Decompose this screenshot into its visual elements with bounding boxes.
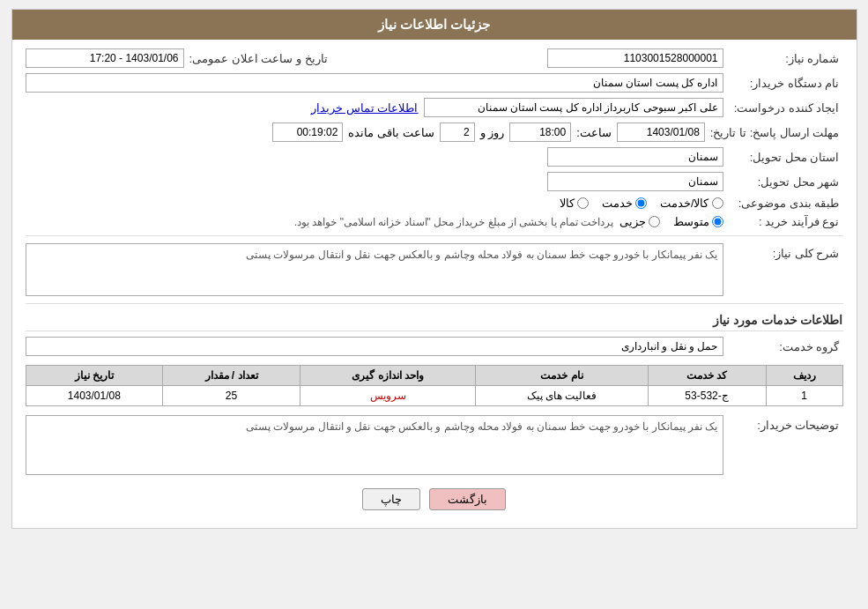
- radio-mutavasset-input[interactable]: [712, 216, 723, 227]
- back-button[interactable]: بازگشت: [429, 488, 506, 510]
- contact-link[interactable]: اطلاعات تماس خریدار: [311, 101, 418, 115]
- row-category: طبقه بندی موضوعی: کالا/خدمت خدمت کالا: [26, 197, 843, 210]
- deadline-time-input[interactable]: [509, 123, 571, 142]
- radio-mutavasset[interactable]: متوسط: [673, 215, 723, 228]
- page-header: جزئیات اطلاعات نیاز: [12, 10, 857, 40]
- category-label: طبقه بندی موضوعی:: [729, 197, 843, 210]
- cell-unit: سرویس: [300, 386, 475, 406]
- radio-kala-input[interactable]: [577, 197, 589, 209]
- col-date: تاریخ نیاز: [26, 366, 163, 386]
- creator-label: ایجاد کننده درخواست:: [729, 101, 843, 115]
- table-body: 1 ج-532-53 فعالیت های پیک سرویس 25 1403/…: [26, 386, 842, 406]
- table-header-row: ردیف کد خدمت نام خدمت واحد اندازه گیری ت…: [26, 366, 842, 386]
- need-number-label: شماره نیاز:: [729, 52, 843, 65]
- table-row: 1 ج-532-53 فعالیت های پیک سرویس 25 1403/…: [26, 386, 842, 406]
- city-label: شهر محل تحویل:: [729, 175, 843, 189]
- button-row: بازگشت چاپ: [26, 488, 843, 510]
- services-table-section: ردیف کد خدمت نام خدمت واحد اندازه گیری ت…: [26, 365, 843, 406]
- service-group-input[interactable]: [26, 337, 723, 356]
- process-label: نوع فرآیند خرید :: [729, 215, 843, 228]
- general-need-label: شرح کلی نیاز:: [729, 243, 843, 260]
- row-buyer-desc: توضیحات خریدار:: [26, 415, 843, 475]
- announce-date-label: تاریخ و ساعت اعلان عمومی:: [189, 52, 331, 65]
- city-input[interactable]: [547, 172, 723, 191]
- row-process: نوع فرآیند خرید : متوسط جزیی پرداخت تمام…: [26, 215, 843, 228]
- row-general-need: شرح کلی نیاز:: [26, 243, 843, 296]
- general-need-textarea[interactable]: [26, 243, 723, 296]
- radio-mutavasset-label: متوسط: [673, 215, 709, 228]
- province-label: استان محل تحویل:: [729, 151, 843, 164]
- deadline-date-input[interactable]: [617, 123, 705, 142]
- announce-date-input[interactable]: [26, 48, 184, 68]
- col-unit: واحد اندازه گیری: [300, 366, 475, 386]
- need-number-input[interactable]: [547, 48, 723, 68]
- divider-2: [26, 303, 843, 304]
- service-group-label: گروه خدمت:: [729, 340, 843, 353]
- buyer-desc-label: توضیحات خریدار:: [729, 415, 843, 432]
- radio-jozei-input[interactable]: [649, 216, 660, 227]
- radio-kala[interactable]: کالا: [560, 197, 589, 210]
- deadline-days-input[interactable]: [440, 123, 475, 142]
- process-radio-group: متوسط جزیی: [619, 215, 723, 228]
- radio-khadamat-input[interactable]: [635, 197, 647, 209]
- cell-row: 1: [766, 386, 842, 406]
- radio-khadamat[interactable]: خدمت: [602, 197, 647, 210]
- buyer-org-label: نام دستگاه خریدار:: [729, 77, 843, 90]
- page-title: جزئیات اطلاعات نیاز: [378, 17, 490, 32]
- buyer-desc-textarea[interactable]: [26, 415, 723, 475]
- deadline-datetime: ساعت: روز و ساعت باقی مانده: [26, 123, 705, 142]
- radio-kala-khadamat-label: کالا/خدمت: [660, 197, 709, 210]
- deadline-days-label: روز و: [480, 126, 505, 139]
- radio-kala-khadamat-input[interactable]: [712, 197, 723, 209]
- cell-qty: 25: [163, 386, 300, 406]
- row-buyer-org: نام دستگاه خریدار:: [26, 73, 843, 93]
- cell-code: ج-532-53: [648, 386, 766, 406]
- print-button[interactable]: چاپ: [362, 488, 420, 510]
- process-note: پرداخت تمام یا بخشی از مبلغ خریداز محل "…: [294, 216, 614, 228]
- deadline-time-label: ساعت:: [576, 126, 612, 139]
- row-creator: ایجاد کننده درخواست: اطلاعات تماس خریدار: [26, 98, 843, 117]
- col-qty: تعداد / مقدار: [163, 366, 300, 386]
- radio-khadamat-label: خدمت: [602, 197, 633, 210]
- services-table: ردیف کد خدمت نام خدمت واحد اندازه گیری ت…: [26, 365, 843, 406]
- row-need-number: شماره نیاز: تاریخ و ساعت اعلان عمومی:: [26, 48, 843, 68]
- radio-jozei-label: جزیی: [619, 215, 646, 228]
- col-code: کد خدمت: [648, 366, 766, 386]
- creator-input[interactable]: [424, 98, 723, 117]
- radio-kala-label: کالا: [560, 197, 575, 210]
- deadline-remaining-input[interactable]: [272, 123, 343, 142]
- row-province: استان محل تحویل:: [26, 147, 843, 167]
- page-container: جزئیات اطلاعات نیاز شماره نیاز: تاریخ و …: [11, 9, 857, 529]
- row-deadline: مهلت ارسال پاسخ: تا تاریخ: ساعت: روز و س…: [26, 123, 843, 142]
- category-radio-group: کالا/خدمت خدمت کالا: [560, 197, 723, 210]
- table-header: ردیف کد خدمت نام خدمت واحد اندازه گیری ت…: [26, 366, 842, 386]
- buyer-org-input[interactable]: [26, 73, 723, 93]
- radio-jozei[interactable]: جزیی: [619, 215, 660, 228]
- deadline-remaining-label: ساعت باقی مانده: [348, 126, 434, 139]
- row-city: شهر محل تحویل:: [26, 172, 843, 191]
- radio-kala-khadamat[interactable]: کالا/خدمت: [660, 197, 723, 210]
- deadline-label: مهلت ارسال پاسخ: تا تاریخ:: [710, 126, 843, 139]
- cell-date: 1403/01/08: [26, 386, 163, 406]
- row-service-group: گروه خدمت:: [26, 337, 843, 356]
- main-content: شماره نیاز: تاریخ و ساعت اعلان عمومی: نا…: [12, 40, 857, 528]
- services-section-title: اطلاعات خدمات مورد نیاز: [26, 313, 843, 331]
- divider-1: [26, 235, 843, 236]
- col-row: ردیف: [766, 366, 842, 386]
- col-name: نام خدمت: [476, 366, 648, 386]
- province-input[interactable]: [547, 147, 723, 167]
- cell-name: فعالیت های پیک: [476, 386, 648, 406]
